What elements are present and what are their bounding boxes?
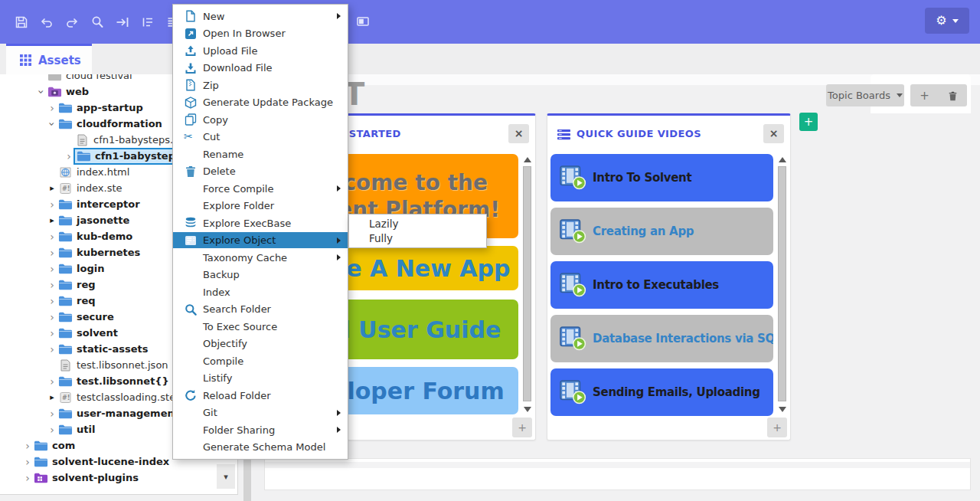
menu-item-explore-object[interactable]: Explore Object	[173, 232, 348, 248]
tree-item-label: jasonette	[77, 214, 129, 226]
chevron-right-icon[interactable]: ›	[46, 424, 58, 435]
search-icon[interactable]	[90, 15, 105, 30]
board-body: Intro To SolventCreating an AppIntro to …	[550, 154, 773, 422]
menu-item-search-folder[interactable]: Search Folder	[173, 301, 348, 317]
video-item-sending-emails-uploading[interactable]: Sending Emails, Uploading	[550, 368, 773, 416]
chevron-right-icon[interactable]: ›	[21, 457, 34, 467]
menu-item-delete[interactable]: Delete	[173, 163, 348, 179]
reload-icon	[184, 389, 198, 401]
chevron-down-icon[interactable]: ›	[36, 86, 47, 98]
new-file-icon	[184, 10, 198, 22]
menu-item-cut[interactable]: ✂Cut	[173, 129, 348, 145]
scroll-down-icon[interactable]	[524, 407, 531, 412]
chevron-right-icon[interactable]: ›	[21, 473, 34, 483]
chevron-right-icon[interactable]: ›	[46, 231, 58, 242]
menu-item-taxonomy-cache[interactable]: Taxonomy Cache	[173, 250, 348, 266]
video-item-intro-to-executables[interactable]: Intro to Executables	[550, 261, 773, 309]
menu-item-rename[interactable]: Rename	[173, 146, 348, 162]
tree-item-label: app-startup	[77, 102, 143, 113]
add-item-button[interactable]: +	[767, 418, 787, 437]
menu-item-generate-schema-model[interactable]: Generate Schema Model	[173, 439, 348, 455]
chevron-right-icon[interactable]: ›	[46, 376, 58, 387]
video-item-intro-to-solvent[interactable]: Intro To Solvent	[550, 154, 773, 201]
chevron-right-icon[interactable]: ›	[21, 440, 34, 451]
tree-item-solvent-plugins[interactable]: ›solvent-plugins	[0, 470, 237, 486]
menu-item-to-exec-source[interactable]: To Exec Source	[173, 319, 348, 335]
menu-item-new[interactable]: New	[173, 8, 348, 25]
menu-item-download-file[interactable]: Download File	[173, 60, 348, 76]
window-icon[interactable]	[355, 14, 371, 29]
close-icon[interactable]: ×	[763, 124, 784, 143]
scrollbar-thumb[interactable]	[778, 166, 786, 401]
chevron-right-icon[interactable]: ›	[46, 328, 58, 339]
add-panel-button[interactable]: +	[799, 113, 818, 131]
chevron-right-icon[interactable]: ›	[46, 344, 58, 355]
chevron-down-icon[interactable]: ›	[47, 118, 57, 130]
scroll-up-icon[interactable]	[779, 157, 786, 162]
menu-item-objectify[interactable]: Objectify	[173, 336, 348, 352]
board-quick-guide-videos: QUICK GUIDE VIDEOS × Intro To SolventCre…	[547, 113, 791, 440]
add-board-button[interactable]: +	[910, 84, 939, 106]
menu-item-explore-folder[interactable]: Explore Folder	[173, 198, 348, 214]
close-icon[interactable]: ×	[508, 124, 529, 143]
chevron-right-icon[interactable]: ›	[46, 199, 58, 210]
chevron-right-icon[interactable]: ▸	[46, 216, 58, 224]
scrollbar-thumb[interactable]	[523, 166, 531, 401]
chevron-right-icon[interactable]: ›	[46, 312, 58, 323]
file-script-icon: #!	[58, 391, 73, 404]
menu-item-reload-folder[interactable]: Reload Folder	[173, 388, 348, 404]
undo-icon[interactable]	[39, 15, 54, 30]
menu-item-copy[interactable]: Copy	[173, 112, 348, 128]
menu-item-force-compile[interactable]: Force Compile	[173, 181, 348, 197]
video-title: Sending Emails, Uploading	[593, 385, 760, 399]
menu-item-open-in-browser[interactable]: Open In Browser	[173, 25, 348, 41]
selected-item-box: cfn1-babysteps	[75, 149, 185, 163]
chevron-right-icon[interactable]: ›	[46, 408, 58, 419]
menu-item-index[interactable]: Index	[173, 284, 348, 300]
chevron-right-icon[interactable]: ›	[46, 103, 58, 113]
menu-item-label: Objectify	[203, 338, 247, 349]
panel-splitter[interactable]	[243, 457, 251, 501]
chevron-right-icon[interactable]: ›	[46, 296, 58, 306]
chevron-right-icon[interactable]: ›	[46, 247, 58, 258]
chevron-right-icon[interactable]: ›	[46, 280, 58, 290]
menu-item-folder-sharing[interactable]: Folder Sharing	[173, 422, 348, 438]
submenu-item-lazily[interactable]: Lazily	[349, 216, 486, 231]
menu-item-zip[interactable]: Zip	[173, 77, 348, 93]
add-item-button[interactable]: +	[512, 418, 532, 437]
file-script-icon: #!	[58, 182, 73, 195]
menu-item-git[interactable]: Git	[173, 404, 348, 421]
settings-dropdown-button[interactable]: ⚙	[925, 8, 969, 34]
folder-blue-icon	[58, 295, 73, 307]
folder-blue-icon	[58, 263, 73, 275]
menu-item-upload-file[interactable]: Upload File	[173, 43, 348, 59]
delete-board-button[interactable]	[939, 84, 967, 106]
menu-item-explore-execbase[interactable]: Explore ExecBase	[173, 215, 348, 231]
sort-lines-icon[interactable]	[140, 15, 155, 30]
tree-options-dropdown[interactable]: ▾	[217, 464, 235, 489]
folder-blue-icon	[58, 375, 73, 388]
menu-item-listify[interactable]: Listify	[173, 370, 348, 386]
menu-item-compile[interactable]: Compile	[173, 353, 348, 369]
menu-item-label: Download File	[203, 62, 273, 74]
submenu-item-fully[interactable]: Fully	[349, 231, 486, 246]
redo-icon[interactable]	[64, 15, 80, 30]
save-icon[interactable]	[14, 15, 29, 30]
tree-item-label: login	[77, 263, 104, 274]
menu-item-generate-update-package[interactable]: Generate Update Package	[173, 94, 348, 110]
video-item-creating-an-app[interactable]: Creating an App	[550, 208, 773, 255]
menu-item-backup[interactable]: Backup	[173, 267, 348, 283]
chevron-right-icon[interactable]: ▸	[46, 184, 58, 192]
submenu-arrow-icon	[337, 237, 341, 244]
video-item-database-interactions-via-sql[interactable]: Database Interactions via SQL	[550, 315, 773, 362]
chevron-right-icon[interactable]: ›	[46, 264, 58, 274]
topic-boards-dropdown[interactable]: Topic Boards	[826, 84, 904, 106]
scroll-down-icon[interactable]	[779, 407, 786, 412]
tree-item-label: solvent	[77, 327, 118, 339]
chevron-right-icon[interactable]: ›	[63, 151, 75, 162]
tab-assets[interactable]: Assets	[6, 44, 92, 74]
chevron-right-icon[interactable]: ▸	[46, 393, 58, 401]
film-icon	[559, 326, 588, 352]
scroll-up-icon[interactable]	[524, 157, 531, 162]
goto-line-icon[interactable]	[115, 15, 130, 30]
